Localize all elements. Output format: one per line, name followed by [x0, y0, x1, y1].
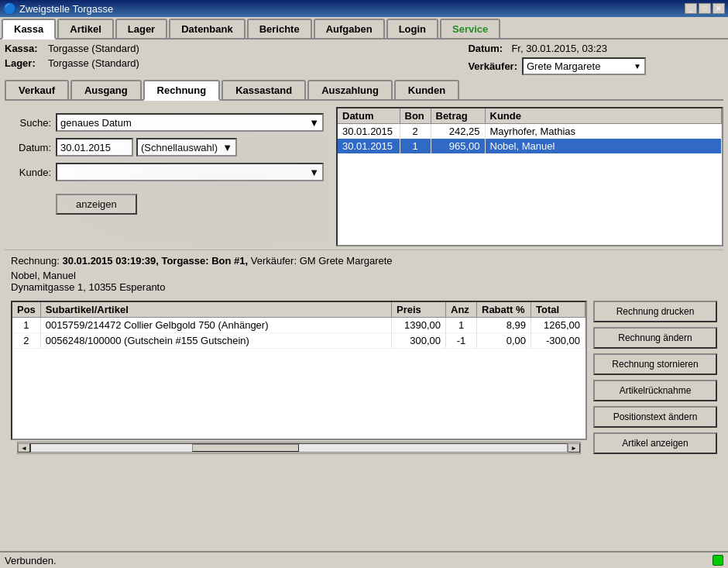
cell-datum: 30.01.2015	[338, 124, 400, 139]
receipt-name: Nobel, Manuel	[11, 270, 717, 281]
rechnung-date: 30.01.2015 03:19:39, Torgasse: Bon #1,	[63, 255, 251, 267]
col-header-datum: Datum	[338, 108, 400, 124]
verkaeufer-dropdown[interactable]: Grete Margarete ▼	[522, 57, 646, 75]
col-header-betrag: Betrag	[431, 108, 485, 124]
status-led	[713, 555, 723, 566]
suche-dropdown[interactable]: genaues Datum ▼	[56, 113, 324, 132]
datum-search-label: Datum:	[11, 142, 51, 153]
scroll-track[interactable]	[30, 443, 568, 453]
datum-label: Datum:	[468, 43, 507, 54]
sub-tab-kassastand[interactable]: Kassastand	[221, 80, 306, 99]
kunde-arrow: ▼	[309, 167, 319, 178]
cell-betrag: 965,00	[431, 139, 485, 153]
horizontal-scrollbar[interactable]: ◄ ►	[17, 442, 581, 454]
app-icon: 🔵	[3, 2, 16, 15]
search-panel: Suche: genaues Datum ▼ Datum: (Schnellau…	[5, 107, 330, 246]
schnellauswahl-arrow: ▼	[222, 142, 232, 153]
receipt-address: Dynamitgasse 1, 10355 Esperanto	[11, 281, 717, 293]
panels-row: Suche: genaues Datum ▼ Datum: (Schnellau…	[5, 107, 723, 246]
sub-tab-auszahlung[interactable]: Auszahlung	[307, 80, 393, 99]
col-rabatt-header: Rabatt %	[477, 302, 531, 318]
cell-artikel: 0015759/214472 Collier Gelbgold 750 (Anh…	[40, 318, 391, 333]
suche-value: genaues Datum	[60, 117, 132, 129]
articles-area: Pos Subartikel/Artikel Preis Anz Rabatt …	[11, 301, 587, 440]
table-row[interactable]: 30.01.2015 1 965,00 Nobel, Manuel	[338, 139, 722, 153]
cell-anz: 1	[446, 318, 477, 333]
datum-input[interactable]	[56, 138, 133, 157]
maximize-button[interactable]: □	[699, 3, 711, 14]
cell-anz: -1	[446, 333, 477, 349]
verkaeufer-dropdown-arrow: ▼	[634, 62, 641, 71]
cell-total: 1265,00	[531, 318, 585, 333]
action-btn-artikelrücknahme[interactable]: Artikelrücknahme	[593, 380, 717, 401]
sub-tab-verkauf[interactable]: Verkauf	[5, 80, 69, 99]
action-btn-rechnung-stornieren[interactable]: Rechnung stornieren	[593, 353, 717, 375]
col-header-bon: Bon	[400, 108, 431, 124]
cell-pos: 2	[12, 333, 40, 349]
scroll-left-button[interactable]: ◄	[18, 443, 30, 453]
menu-tab-artikel[interactable]: Artikel	[57, 19, 113, 38]
menu-bar: KassaArtikelLagerDatenbankBerichteAufgab…	[0, 17, 728, 40]
col-preis-header: Preis	[392, 302, 446, 318]
menu-tab-aufgaben[interactable]: Aufgaben	[314, 19, 385, 38]
table-row[interactable]: 30.01.2015 2 242,25 Mayrhofer, Mathias	[338, 124, 722, 139]
suche-dropdown-arrow: ▼	[309, 117, 319, 129]
cell-kunde: Nobel, Manuel	[485, 139, 722, 153]
cell-bon: 2	[400, 124, 431, 139]
col-pos-header: Pos	[12, 302, 40, 318]
kassa-label: Kassa:	[5, 43, 43, 54]
col-anz-header: Anz	[446, 302, 477, 318]
lager-label: Lager:	[5, 57, 43, 69]
receipt-line1: Rechnung: 30.01.2015 03:19:39, Torgasse:…	[11, 255, 717, 267]
menu-tab-login[interactable]: Login	[386, 19, 438, 38]
verkaeufer-label: Verkäufer:	[468, 60, 517, 72]
menu-tab-kassa[interactable]: Kassa	[2, 19, 56, 40]
articles-table: Pos Subartikel/Artikel Preis Anz Rabatt …	[12, 302, 585, 349]
sub-tab-rechnung[interactable]: Rechnung	[143, 80, 221, 101]
schnellauswahl-dropdown[interactable]: (Schnellauswahl) ▼	[136, 138, 237, 157]
kassa-value: Torgasse (Standard)	[48, 43, 139, 54]
scroll-thumb[interactable]	[192, 444, 299, 452]
title-text: Zweigstelle Torgasse	[19, 3, 113, 15]
action-btn-rechnung-ändern[interactable]: Rechnung ändern	[593, 327, 717, 349]
sub-tab-kunden[interactable]: Kunden	[394, 80, 459, 99]
kunde-label: Kunde:	[11, 167, 51, 178]
cell-rabatt: 8,99	[477, 318, 531, 333]
bottom-section: Pos Subartikel/Artikel Preis Anz Rabatt …	[5, 298, 723, 457]
cell-artikel: 0056248/100000 (Gutschein #155 Gutschein…	[40, 333, 391, 349]
minimize-button[interactable]: _	[685, 3, 697, 14]
cell-kunde: Mayrhofer, Mathias	[485, 124, 722, 139]
action-btn-rechnung-drucken[interactable]: Rechnung drucken	[593, 301, 717, 322]
table-row[interactable]: 2 0056248/100000 (Gutschein #155 Gutsche…	[12, 333, 585, 349]
action-btn-positionstext-ändern[interactable]: Positionstext ändern	[593, 406, 717, 428]
action-btn-artikel-anzeigen[interactable]: Artikel anzeigen	[593, 432, 717, 454]
col-total-header: Total	[531, 302, 585, 318]
sub-tab-ausgang[interactable]: Ausgang	[70, 80, 142, 99]
kunde-dropdown[interactable]: ▼	[56, 163, 324, 181]
menu-tab-berichte[interactable]: Berichte	[247, 19, 312, 38]
menu-tab-service[interactable]: Service	[440, 19, 500, 38]
menu-tab-datenbank[interactable]: Datenbank	[169, 19, 245, 38]
cell-betrag: 242,25	[431, 124, 485, 139]
rechnung-prefix: Rechnung:	[11, 255, 63, 267]
receipt-info: Rechnung: 30.01.2015 03:19:39, Torgasse:…	[5, 250, 723, 298]
table-row[interactable]: 1 0015759/214472 Collier Gelbgold 750 (A…	[12, 318, 585, 333]
col-artikel-header: Subartikel/Artikel	[40, 302, 391, 318]
info-row: Kassa: Torgasse (Standard) Lager: Torgas…	[5, 43, 723, 75]
datum-value: Fr, 30.01.2015, 03:23	[511, 43, 607, 54]
anzeigen-button[interactable]: anzeigen	[56, 194, 137, 215]
cell-datum: 30.01.2015	[338, 139, 400, 153]
menu-tab-lager[interactable]: Lager	[115, 19, 167, 38]
lager-value: Torgasse (Standard)	[48, 57, 139, 69]
scroll-right-button[interactable]: ►	[568, 443, 580, 453]
suche-label: Suche:	[11, 117, 51, 129]
cell-rabatt: 0,00	[477, 333, 531, 349]
sub-tabs: VerkaufAusgangRechnungKassastandAuszahlu…	[5, 78, 723, 101]
schnellauswahl-value: (Schnellauswahl)	[141, 142, 218, 153]
status-text: Verbunden.	[5, 555, 57, 566]
results-panel: Datum Bon Betrag Kunde 30.01.2015 2 242,…	[336, 107, 723, 246]
title-bar: 🔵 Zweigstelle Torgasse _ □ ✕	[0, 0, 728, 17]
close-button[interactable]: ✕	[713, 3, 725, 14]
action-buttons: Rechnung druckenRechnung ändernRechnung …	[593, 301, 717, 454]
col-header-kunde: Kunde	[485, 108, 722, 124]
